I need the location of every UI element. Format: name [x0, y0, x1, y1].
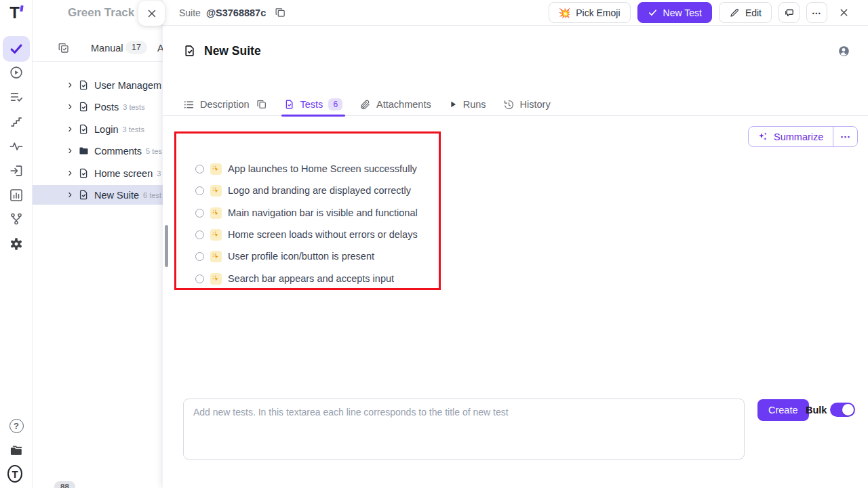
close-panel-button[interactable] [834, 2, 853, 23]
chat-bubble-icon [783, 7, 795, 19]
summarize-button[interactable]: Summarize [749, 127, 833, 146]
new-test-button[interactable]: New Test [637, 2, 712, 23]
test-status-circle[interactable] [195, 165, 204, 174]
close-sidebar-button[interactable] [138, 1, 165, 26]
login-arrow-icon [9, 163, 24, 178]
check-icon [9, 41, 24, 56]
rail-item-tests[interactable] [3, 36, 30, 62]
rail-item-settings[interactable] [9, 237, 24, 251]
sparkles-icon [757, 131, 768, 142]
test-status-circle[interactable] [195, 230, 204, 239]
test-row[interactable]: Home screen loads without errors or dela… [195, 227, 418, 242]
tab-attachments[interactable]: Attachments [359, 94, 431, 116]
suite-tabs: Description Tests 6 Attachments Runs His… [163, 94, 868, 116]
manual-test-icon [210, 251, 222, 262]
test-title[interactable]: Home screen loads without errors or dela… [228, 229, 418, 240]
manual-test-icon [210, 207, 222, 219]
test-row[interactable]: User profile icon/button is present [195, 249, 374, 264]
tab-runs[interactable]: Runs [448, 94, 486, 116]
suite-doc-icon [78, 79, 90, 91]
logo-accent [20, 5, 23, 12]
tree-filter-row: Manual 17 A [33, 37, 163, 61]
tab-tests[interactable]: Tests 6 [284, 94, 343, 116]
summarize-more-button[interactable]: ⋯ [833, 127, 857, 146]
suite-doc-icon [183, 44, 197, 58]
tab-history[interactable]: History [503, 94, 551, 116]
test-doc-icon [284, 99, 295, 110]
rail-item-brand-bottom[interactable]: T [7, 466, 22, 481]
rail-item-runs[interactable] [9, 65, 24, 80]
test-row[interactable]: Search bar appears and accepts input [195, 271, 394, 286]
play-circle-icon [9, 65, 24, 80]
manual-test-icon [210, 185, 222, 197]
pick-emoji-button[interactable]: 💥 Pick Emoji [549, 2, 631, 23]
filter-next-tab-partial[interactable]: A [157, 43, 163, 54]
new-tests-textarea[interactable] [183, 399, 745, 460]
test-status-circle[interactable] [195, 186, 204, 195]
tree-item-comments[interactable]: Comments 5 tes [33, 141, 163, 161]
git-branch-icon [9, 211, 24, 226]
rail-item-projects[interactable] [9, 443, 24, 458]
app-logo-letter: T [9, 4, 20, 22]
chevron-right-icon[interactable] [66, 102, 75, 111]
create-button[interactable]: Create [757, 399, 809, 421]
suite-doc-icon [78, 189, 90, 201]
chevron-right-icon[interactable] [66, 190, 75, 199]
test-title[interactable]: Search bar appears and accepts input [228, 273, 394, 284]
tree-item-new-suite[interactable]: New Suite 6 test [33, 185, 163, 205]
comments-button[interactable] [778, 2, 800, 23]
copy-icon[interactable] [256, 99, 267, 110]
chevron-right-icon[interactable] [66, 169, 75, 178]
rail-item-reports[interactable] [9, 188, 24, 203]
assignee-avatar[interactable] [837, 45, 850, 58]
rail-item-plans[interactable] [9, 89, 24, 104]
manual-test-icon [210, 229, 222, 241]
tree-item-home-screen[interactable]: Home screen 3 [33, 163, 163, 183]
chevron-right-icon[interactable] [66, 125, 75, 134]
test-title[interactable]: User profile icon/button is present [228, 251, 374, 262]
tab-description[interactable]: Description [183, 94, 267, 116]
tree-divider [33, 61, 163, 62]
suite-title-row: New Suite [163, 42, 868, 60]
rail-item-steps[interactable] [9, 115, 24, 129]
manual-test-icon [210, 273, 222, 285]
test-status-circle[interactable] [195, 274, 204, 283]
tree-item-login[interactable]: Login 3 tests [33, 119, 163, 139]
ellipsis-icon: ⋯ [812, 7, 822, 18]
list-check-icon [9, 89, 24, 104]
bulk-toggle[interactable] [830, 403, 855, 417]
rail-item-help[interactable]: ? [9, 418, 24, 433]
rail-item-analytics[interactable] [9, 139, 24, 154]
tree-item-user-management[interactable]: User Managem [33, 75, 163, 95]
filter-manual-count: 17 [125, 41, 147, 54]
folders-icon [9, 443, 24, 458]
rail-item-import[interactable] [9, 163, 24, 178]
rail-item-branches[interactable] [9, 211, 24, 226]
test-title[interactable]: Logo and branding are displayed correctl… [228, 185, 411, 196]
filter-manual-label[interactable]: Manual [91, 43, 123, 54]
paperclip-icon [359, 99, 371, 110]
more-options-button[interactable]: ⋯ [806, 2, 827, 23]
test-title[interactable]: App launches to Home Screen successfully [228, 163, 417, 174]
breadcrumb[interactable]: Green Track› [68, 6, 144, 20]
icon-rail: T [0, 0, 33, 488]
tree-item-posts[interactable]: Posts 3 tests [33, 97, 163, 117]
play-icon [448, 100, 458, 109]
chevron-right-icon[interactable] [66, 146, 75, 155]
chevron-right-icon[interactable] [66, 81, 75, 89]
copy-check-icon[interactable] [58, 42, 70, 54]
app-logo[interactable]: T [7, 4, 26, 23]
test-row[interactable]: App launches to Home Screen successfully [195, 161, 417, 176]
suite-header-bar: Suite @S3768887c 💥 Pick Emoji New Test E… [163, 0, 868, 26]
test-row[interactable]: Logo and branding are displayed correctl… [195, 183, 411, 198]
copy-icon[interactable] [275, 7, 286, 18]
edit-button[interactable]: Edit [719, 2, 772, 23]
tree-scrollbar-thumb[interactable] [165, 225, 168, 267]
test-status-circle[interactable] [195, 209, 204, 218]
test-status-circle[interactable] [195, 252, 204, 261]
test-title[interactable]: Main navigation bar is visible and funct… [228, 207, 418, 218]
gear-icon [9, 237, 24, 251]
stairs-icon [9, 115, 24, 129]
suite-doc-icon [78, 123, 90, 135]
test-row[interactable]: Main navigation bar is visible and funct… [195, 205, 418, 220]
